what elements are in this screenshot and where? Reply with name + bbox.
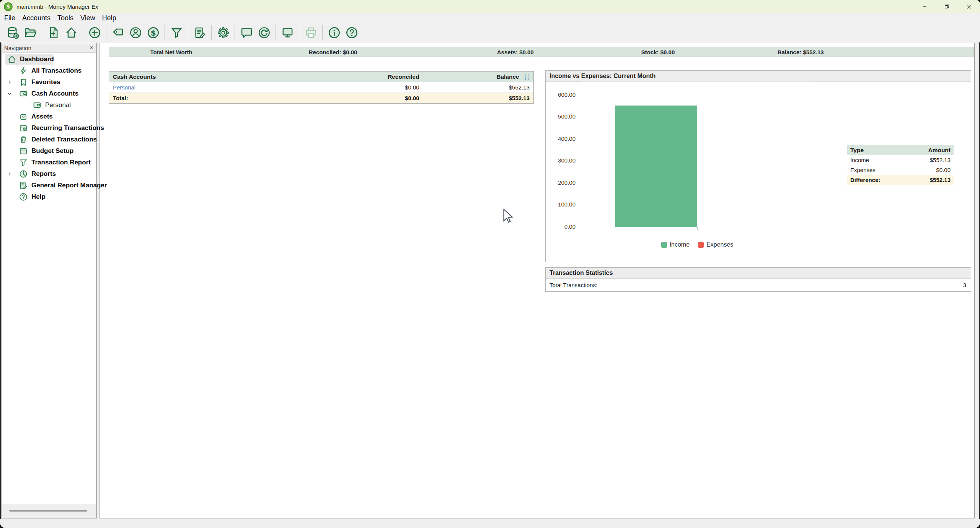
sidebar-item-general-report-manager[interactable]: General Report Manager bbox=[2, 180, 96, 191]
navigation-horizontal-scrollbar[interactable] bbox=[2, 504, 96, 518]
sidebar-item-favorites[interactable]: Favorites bbox=[2, 76, 96, 88]
close-button[interactable] bbox=[958, 0, 980, 13]
table-row-expenses: Expenses $0.00 bbox=[847, 165, 954, 175]
dashboard-button[interactable] bbox=[62, 24, 80, 41]
close-icon bbox=[966, 3, 972, 10]
status-bar bbox=[0, 519, 980, 528]
sidebar-item-deleted-transactions[interactable]: Deleted Transactions bbox=[2, 134, 96, 145]
menu-bar: File Accounts Tools View Help bbox=[0, 13, 980, 23]
toolbar: $ bbox=[0, 23, 980, 42]
open-database-button[interactable] bbox=[21, 24, 39, 41]
home-icon bbox=[65, 26, 78, 39]
menu-file[interactable]: File bbox=[1, 14, 19, 22]
about-button[interactable] bbox=[325, 24, 343, 41]
sidebar-item-transaction-report[interactable]: Transaction Report bbox=[2, 157, 96, 168]
tag-icon bbox=[111, 26, 125, 39]
sidebar-item-all-transactions[interactable]: All Transactions bbox=[2, 65, 96, 76]
toolbar-separator bbox=[42, 25, 42, 40]
column-amount: Amount bbox=[907, 145, 954, 155]
x-axis-baseline bbox=[580, 81, 814, 82]
navigation-tree: Dashboard All Transactions bbox=[2, 53, 96, 203]
refresh-button[interactable] bbox=[255, 24, 273, 41]
sidebar-item-assets[interactable]: Assets bbox=[2, 111, 96, 122]
options-button[interactable] bbox=[214, 24, 232, 41]
file-add-icon bbox=[47, 26, 60, 39]
bookmark-icon bbox=[19, 78, 28, 87]
toolbar-separator bbox=[211, 25, 212, 40]
wallet-icon bbox=[33, 101, 42, 110]
legend-expenses: Expenses bbox=[698, 241, 733, 248]
new-file-button[interactable] bbox=[45, 24, 62, 41]
sidebar-item-cash-accounts[interactable]: Cash Accounts bbox=[2, 88, 96, 99]
chevron-right-icon[interactable] bbox=[7, 79, 13, 85]
summary-stock: Stock: $0.00 bbox=[641, 49, 675, 55]
sidebar-item-recurring-transactions[interactable]: Recurring Transactions bbox=[2, 122, 96, 134]
income-vs-expenses-header: Income vs Expenses: Current Month bbox=[546, 71, 971, 82]
transaction-statistics-panel: Transaction Statistics Total Transaction… bbox=[545, 267, 971, 292]
restore-button[interactable] bbox=[936, 0, 958, 13]
fullscreen-button[interactable] bbox=[279, 24, 296, 41]
sidebar-item-dashboard[interactable]: Dashboard bbox=[2, 54, 96, 65]
menu-accounts[interactable]: Accounts bbox=[19, 14, 54, 22]
chevron-down-icon[interactable] bbox=[7, 91, 13, 97]
calendar-icon bbox=[19, 146, 28, 156]
toolbar-separator bbox=[235, 25, 235, 40]
home-icon bbox=[7, 55, 16, 64]
cash-accounts-panel: Cash Accounts Reconciled Balance[-] Pers… bbox=[109, 71, 534, 104]
new-transaction-button[interactable] bbox=[86, 24, 103, 41]
news-button[interactable] bbox=[238, 24, 255, 41]
sidebar-item-budget-setup[interactable]: Budget Setup bbox=[2, 145, 96, 157]
cash-accounts-header-row: Cash Accounts Reconciled Balance[-] bbox=[109, 71, 533, 82]
income-vs-expenses-panel: Income vs Expenses: Current Month 600.00… bbox=[545, 70, 971, 262]
dollar-coin-icon: $ bbox=[4, 2, 13, 11]
total-label: Total: bbox=[109, 93, 330, 104]
y-axis-tick: 400.00 bbox=[546, 135, 576, 143]
toolbar-separator bbox=[188, 25, 188, 40]
minimize-button[interactable] bbox=[913, 0, 936, 13]
toolbar-separator bbox=[165, 25, 165, 40]
chevron-right-icon[interactable] bbox=[7, 171, 13, 177]
account-row: Personal $0.00 $552.13 bbox=[109, 82, 533, 93]
svg-text:$: $ bbox=[150, 28, 156, 37]
toolbar-separator bbox=[322, 25, 323, 40]
database-add-icon bbox=[6, 26, 20, 39]
sidebar-item-reports[interactable]: Reports bbox=[2, 168, 96, 180]
menu-tools[interactable]: Tools bbox=[54, 14, 77, 22]
cash-accounts-title: Cash Accounts bbox=[109, 71, 330, 82]
categories-button[interactable] bbox=[109, 24, 127, 41]
report-manager-button[interactable] bbox=[191, 24, 209, 41]
print-button bbox=[302, 24, 320, 41]
folder-open-icon bbox=[24, 26, 37, 39]
navigation-panel: Navigation Dashboard bbox=[2, 43, 97, 518]
navigation-panel-header: Navigation bbox=[2, 43, 96, 53]
account-link-personal[interactable]: Personal bbox=[113, 84, 135, 91]
collapse-panel-link[interactable]: [-] bbox=[525, 73, 530, 80]
payees-button[interactable] bbox=[127, 24, 144, 41]
asset-bag-icon bbox=[19, 112, 28, 121]
close-icon bbox=[89, 45, 94, 50]
currencies-button[interactable]: $ bbox=[144, 24, 162, 41]
menu-help[interactable]: Help bbox=[99, 14, 120, 22]
chart-legend: Income Expenses bbox=[580, 241, 814, 248]
filter-icon bbox=[170, 26, 183, 39]
pie-chart-icon bbox=[19, 169, 28, 179]
sidebar-item-personal[interactable]: Personal bbox=[2, 99, 96, 111]
menu-view[interactable]: View bbox=[77, 14, 99, 22]
monitor-icon bbox=[281, 26, 294, 39]
new-database-button[interactable] bbox=[4, 24, 21, 41]
plot-area bbox=[580, 95, 814, 227]
toolbar-separator bbox=[299, 25, 299, 40]
sidebar-item-help[interactable]: Help bbox=[2, 191, 96, 203]
navigation-close-button[interactable] bbox=[89, 45, 94, 50]
transaction-statistics-header: Transaction Statistics bbox=[546, 268, 971, 279]
minimize-icon bbox=[921, 3, 928, 10]
toolbar-separator bbox=[83, 25, 83, 40]
help-button[interactable] bbox=[343, 24, 360, 41]
table-row-income: Income $552.13 bbox=[847, 155, 954, 165]
plus-circle-icon bbox=[88, 26, 101, 39]
svg-text:$: $ bbox=[7, 4, 10, 10]
info-circle-icon bbox=[328, 26, 341, 39]
printer-icon bbox=[304, 26, 318, 39]
scrollbar-thumb[interactable] bbox=[9, 510, 87, 512]
transaction-filter-button[interactable] bbox=[168, 24, 185, 41]
